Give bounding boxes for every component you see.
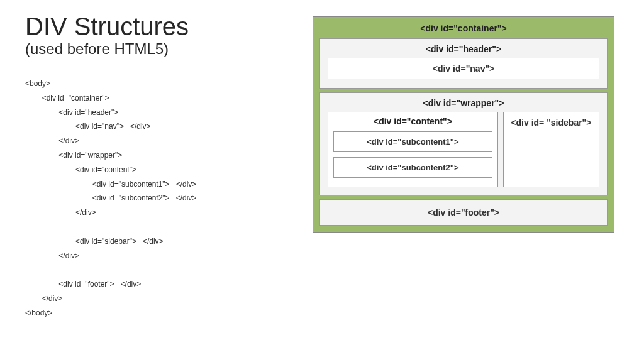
- layout-diagram: <div id="container"> <div id="header"> <…: [313, 16, 614, 233]
- diagram-footer-box: <div id="footer">: [319, 199, 608, 226]
- diagram-wrapper-label: <div id="wrapper">: [325, 98, 602, 108]
- diagram-nav-box: <div id="nav">: [328, 58, 599, 79]
- right-column: <div id="container"> <div id="header"> <…: [308, 13, 619, 321]
- diagram-sidebar-box: <div id= "sidebar">: [503, 112, 599, 187]
- diagram-sidebar-label: <div id= "sidebar">: [511, 118, 591, 128]
- diagram-container-label: <div id="container">: [319, 23, 608, 33]
- diagram-content-label: <div id="content">: [332, 116, 494, 126]
- diagram-subcontent1-box: <div id="subcontent1">: [333, 131, 492, 152]
- code-block: <body> <div id="container"> <div id="hea…: [25, 77, 296, 321]
- slide: DIV Structures (used before HTML5) <body…: [0, 0, 644, 333]
- page-subtitle: (used before HTML5): [25, 40, 296, 58]
- diagram-wrapper-row: <div id="content"> <div id="subcontent1"…: [328, 112, 599, 187]
- diagram-header-label: <div id="header">: [325, 44, 602, 54]
- left-column: DIV Structures (used before HTML5) <body…: [25, 13, 296, 321]
- diagram-header-box: <div id="header"> <div id="nav">: [319, 38, 608, 89]
- page-title: DIV Structures: [25, 13, 296, 40]
- diagram-content-box: <div id="content"> <div id="subcontent1"…: [328, 112, 498, 187]
- diagram-subcontent2-box: <div id="subcontent2">: [333, 157, 492, 178]
- diagram-wrapper-box: <div id="wrapper"> <div id="content"> <d…: [319, 92, 608, 195]
